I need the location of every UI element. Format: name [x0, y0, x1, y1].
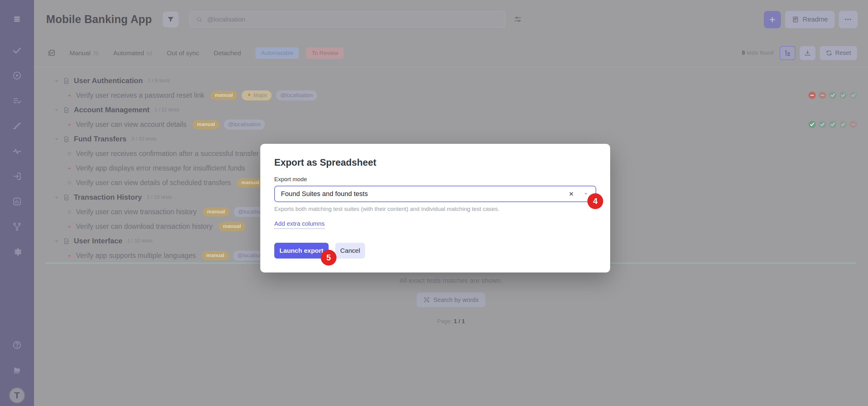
badge-manual: manual	[211, 91, 237, 100]
test-name: Verify app displays error message for in…	[76, 164, 245, 172]
suite-document-icon	[63, 136, 70, 143]
sidebar-git-branch-button[interactable]	[9, 219, 25, 234]
empty-message: All exact tests matches are shown.	[34, 277, 868, 284]
more-button[interactable]: •••	[839, 11, 858, 28]
readme-label: Readme	[803, 15, 828, 23]
suite-name: Account Management	[74, 106, 149, 114]
filter-item-out-of-sync[interactable]: Out of sync	[167, 49, 199, 57]
reset-button[interactable]: Reset	[820, 46, 857, 60]
filter-item-label: Detached	[214, 49, 241, 57]
test-name: Verify user receives a password reset li…	[76, 91, 205, 100]
header-actions: + Readme •••	[764, 11, 858, 28]
search-by-words-button[interactable]: Search by words	[417, 293, 485, 307]
readme-button[interactable]: Readme	[785, 11, 835, 28]
search-by-words-label: Search by words	[433, 297, 478, 303]
search-box	[189, 11, 505, 28]
sidebar-bar-chart-button[interactable]	[9, 194, 25, 209]
status-circle-icon	[67, 180, 72, 185]
suite-name: User Authentication	[74, 76, 143, 85]
chevron-down-icon	[54, 238, 59, 244]
empty-state: All exact tests matches are shown. Searc…	[34, 277, 868, 325]
sidebar-check-button[interactable]	[9, 43, 25, 58]
badge-major: Major	[242, 91, 272, 100]
download-button[interactable]	[800, 46, 815, 60]
status-circle-icon	[67, 151, 72, 156]
reset-label: Reset	[835, 49, 851, 57]
test-row[interactable]: Verify user can view account detailsmanu…	[34, 117, 868, 132]
cancel-button[interactable]: Cancel	[335, 243, 365, 259]
search-input[interactable]	[207, 16, 480, 23]
export-mode-select[interactable]: Found Suites and found tests	[274, 186, 596, 202]
filter-items: Manual70Automated62Out of syncDetached	[69, 49, 255, 57]
profile-avatar[interactable]: T	[9, 387, 25, 404]
sidebar-menu-button[interactable]	[9, 11, 25, 27]
badge-label: manual	[207, 209, 225, 215]
export-mode-help: Exports both matching test suites (with …	[274, 206, 596, 212]
badge-label: manual	[215, 92, 233, 98]
badge-label: @localisation	[228, 122, 260, 128]
priority-caret-up-icon	[67, 93, 72, 98]
chevron-down-icon	[54, 137, 59, 142]
sidebar-list-check-button[interactable]	[9, 93, 25, 108]
clear-selection-icon[interactable]	[568, 191, 574, 197]
test-name: Verify user can view details of schedule…	[76, 179, 231, 187]
suite-count: 2 / 10 tests	[147, 194, 172, 200]
page-title: Mobile Banking App	[46, 13, 152, 26]
sidebar-play-circle-button[interactable]	[9, 68, 25, 83]
sidebar-pulse-button[interactable]	[9, 143, 25, 159]
filter-item-label: Automated	[113, 49, 144, 57]
filter-item-manual[interactable]: Manual70	[69, 49, 99, 57]
sidebar-nav	[9, 43, 25, 269]
suite-name: Transaction History	[74, 193, 142, 201]
tree-view-toggle[interactable]	[780, 46, 796, 60]
badge-manual: manual	[237, 178, 264, 188]
filter-item-count: 70	[93, 51, 99, 57]
results-count: 8tests found	[742, 50, 774, 56]
sidebar-folders-button[interactable]	[9, 362, 25, 377]
help-circle-icon	[12, 340, 22, 350]
bar-chart-icon	[12, 197, 22, 206]
suite-document-icon	[63, 77, 70, 84]
run-dot-minus	[850, 121, 857, 128]
status-circle-icon	[67, 209, 72, 214]
scan-search-icon	[423, 297, 430, 303]
suite-count: 1 / 10 tests	[127, 238, 152, 244]
filter-pills: AutomatableTo Review	[255, 47, 351, 59]
badge-localisation: @localisation	[276, 91, 317, 100]
filter-pill-to-review[interactable]: To Review	[306, 47, 344, 59]
export-mode-value: Found Suites and found tests	[281, 190, 368, 198]
suite-name: User Interface	[74, 237, 122, 245]
suite-document-icon	[63, 238, 70, 244]
filter-item-detached[interactable]: Detached	[214, 49, 241, 57]
priority-caret-up-icon	[67, 253, 72, 258]
suite-row[interactable]: Account Management1 / 11 tests	[34, 103, 868, 117]
add-extra-columns-link[interactable]: Add extra columns	[274, 220, 325, 229]
list-check-icon	[12, 96, 22, 106]
select-caret-icon[interactable]	[583, 191, 589, 197]
run-dot-check	[839, 121, 847, 128]
checklist-icon[interactable]	[48, 49, 56, 57]
launch-export-button[interactable]: Launch export	[274, 243, 329, 259]
badge-label: manual	[223, 223, 241, 229]
filter-pill-automatable[interactable]: Automatable	[255, 47, 299, 59]
suite-row[interactable]: User Authentication1 / 9 tests	[34, 73, 868, 88]
badge-manual: manual	[203, 207, 229, 217]
sidebar-stairs-button[interactable]	[9, 119, 25, 134]
test-badges: manual	[237, 178, 264, 188]
sliders-icon[interactable]	[513, 15, 522, 24]
git-branch-icon	[12, 222, 22, 232]
test-badges: manual	[219, 222, 245, 231]
test-row[interactable]: Verify user receives a password reset li…	[34, 88, 868, 103]
search-icon	[195, 16, 203, 23]
sidebar-gear-button[interactable]	[9, 244, 25, 260]
sidebar-help-circle-button[interactable]	[9, 337, 25, 352]
filter-button[interactable]	[163, 11, 179, 27]
download-icon	[804, 49, 811, 57]
refresh-icon	[826, 50, 832, 56]
sidebar: T	[0, 0, 34, 406]
add-button[interactable]: +	[764, 11, 781, 28]
hamburger-menu-icon	[12, 14, 22, 24]
filter-item-automated[interactable]: Automated62	[113, 49, 152, 57]
sidebar-export-button[interactable]	[9, 169, 25, 184]
stairs-icon	[12, 121, 22, 131]
